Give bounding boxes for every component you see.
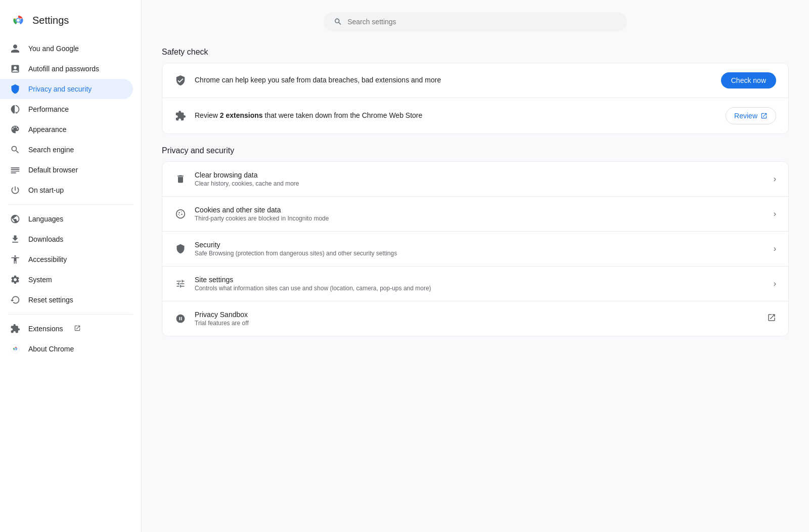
sidebar-item-on-startup[interactable]: On start-up	[0, 180, 133, 200]
site-settings-chevron: ›	[774, 279, 776, 288]
security-chevron: ›	[774, 244, 776, 253]
search-bar[interactable]	[324, 12, 627, 31]
sidebar-item-label: Downloads	[28, 235, 63, 243]
sidebar-item-label: System	[28, 276, 52, 284]
cookies-row[interactable]: Cookies and other site data Third-party …	[162, 197, 788, 232]
sidebar-item-downloads[interactable]: Downloads	[0, 229, 133, 249]
puzzle-icon	[174, 110, 187, 122]
svg-point-14	[178, 214, 179, 215]
accessibility-icon	[10, 254, 20, 264]
clear-browsing-data-title: Clear browsing data	[195, 171, 766, 179]
startup-icon	[10, 185, 20, 195]
search-input-icon	[334, 17, 342, 26]
security-subtitle: Safe Browsing (protection from dangerous…	[195, 250, 766, 257]
privacy-security-section: Privacy and security Clear browsing data…	[162, 146, 789, 336]
sidebar-item-performance[interactable]: Performance	[0, 99, 133, 119]
site-settings-content: Site settings Controls what information …	[195, 276, 766, 292]
safety-check-section: Safety check Chrome can help keep you sa…	[162, 48, 789, 134]
download-icon	[10, 234, 20, 244]
sidebar-item-privacy-and-security[interactable]: Privacy and security	[0, 79, 133, 99]
privacy-sandbox-title: Privacy Sandbox	[195, 311, 759, 319]
safety-check-card: Chrome can help keep you safe from data …	[162, 63, 789, 134]
safety-check-safe-browsing-title: Chrome can help keep you safe from data …	[195, 76, 713, 84]
appearance-icon	[10, 124, 20, 135]
sidebar-item-label: Languages	[28, 215, 63, 223]
privacy-sandbox-subtitle: Trial features are off	[195, 320, 759, 327]
sidebar-item-label: Performance	[28, 105, 69, 113]
privacy-sandbox-content: Privacy Sandbox Trial features are off	[195, 311, 759, 327]
shield-security-icon	[174, 243, 187, 255]
check-now-button[interactable]: Check now	[721, 72, 776, 88]
sidebar-item-default-browser[interactable]: Default browser	[0, 160, 133, 180]
main-content: Safety check Chrome can help keep you sa…	[142, 0, 809, 532]
clear-browsing-data-content: Clear browsing data Clear history, cooki…	[195, 171, 766, 187]
check-now-action: Check now	[721, 72, 776, 88]
clear-browsing-data-row[interactable]: Clear browsing data Clear history, cooki…	[162, 162, 788, 197]
sidebar-item-label: Autofill and passwords	[28, 65, 99, 73]
clear-browsing-data-chevron: ›	[774, 174, 776, 184]
performance-icon	[10, 104, 20, 114]
shield-check-icon	[174, 74, 187, 86]
autofill-icon	[10, 64, 20, 74]
safety-check-title: Safety check	[162, 48, 789, 57]
sidebar-item-label: Default browser	[28, 166, 78, 174]
sidebar-item-label: Extensions	[28, 325, 63, 333]
sidebar-nav: You and Google Autofill and passwords Pr…	[0, 38, 141, 359]
sidebar-item-appearance[interactable]: Appearance	[0, 119, 133, 140]
person-icon	[10, 43, 20, 54]
svg-point-4	[17, 19, 20, 22]
svg-point-12	[181, 214, 183, 215]
safety-check-extensions-content: Review 2 extensions that were taken down…	[195, 111, 717, 120]
security-content: Security Safe Browsing (protection from …	[195, 241, 766, 257]
globe-icon	[10, 214, 20, 224]
search-icon	[10, 145, 20, 155]
privacy-security-title: Privacy and security	[162, 146, 789, 155]
review-button[interactable]: Review	[726, 107, 776, 124]
cookies-chevron: ›	[774, 209, 776, 218]
sidebar-item-label: Privacy and security	[28, 85, 92, 93]
sidebar-divider-1	[8, 204, 133, 205]
external-link-icon	[74, 325, 81, 333]
svg-point-9	[176, 210, 185, 218]
review-action: Review	[726, 107, 776, 124]
site-settings-subtitle: Controls what information sites can use …	[195, 285, 766, 292]
svg-point-11	[181, 211, 182, 212]
cookies-title: Cookies and other site data	[195, 206, 766, 214]
sidebar-item-languages[interactable]: Languages	[0, 209, 133, 229]
sliders-icon	[174, 278, 187, 290]
sidebar-item-label: Accessibility	[28, 255, 67, 263]
site-settings-title: Site settings	[195, 276, 766, 284]
sidebar-item-label: About Chrome	[28, 345, 74, 353]
security-title: Security	[195, 241, 766, 249]
sidebar-item-search-engine[interactable]: Search engine	[0, 140, 133, 160]
sidebar-divider-2	[8, 314, 133, 315]
privacy-sandbox-external-icon	[767, 313, 776, 324]
sidebar-item-autofill[interactable]: Autofill and passwords	[0, 59, 133, 79]
sidebar-item-system[interactable]: System	[0, 270, 133, 290]
cookies-subtitle: Third-party cookies are blocked in Incog…	[195, 215, 766, 222]
review-external-icon	[760, 112, 768, 119]
sidebar-item-accessibility[interactable]: Accessibility	[0, 249, 133, 270]
site-settings-row[interactable]: Site settings Controls what information …	[162, 267, 788, 301]
extensions-icon	[10, 324, 20, 334]
safety-check-extensions-title: Review 2 extensions that were taken down…	[195, 111, 717, 119]
sidebar-item-you-and-google[interactable]: You and Google	[0, 38, 133, 59]
sidebar-item-extensions[interactable]: Extensions	[0, 319, 133, 339]
svg-point-10	[178, 212, 180, 213]
sidebar-item-label: On start-up	[28, 186, 64, 194]
sidebar-item-label: Search engine	[28, 146, 74, 154]
system-icon	[10, 275, 20, 285]
sidebar-item-label: Reset settings	[28, 296, 73, 304]
app-title: Settings	[32, 15, 69, 26]
safety-check-safe-browsing-row[interactable]: Chrome can help keep you safe from data …	[162, 63, 788, 98]
app-logo-area: Settings	[0, 6, 141, 38]
sidebar-item-label: Appearance	[28, 125, 67, 134]
search-input[interactable]	[347, 18, 617, 26]
cookies-content: Cookies and other site data Third-party …	[195, 206, 766, 222]
security-row[interactable]: Security Safe Browsing (protection from …	[162, 232, 788, 267]
safety-check-extensions-row[interactable]: Review 2 extensions that were taken down…	[162, 98, 788, 134]
sidebar-item-about-chrome[interactable]: About Chrome	[0, 339, 133, 359]
svg-point-8	[15, 348, 16, 350]
privacy-sandbox-row[interactable]: Privacy Sandbox Trial features are off	[162, 301, 788, 336]
sidebar-item-reset-settings[interactable]: Reset settings	[0, 290, 133, 310]
